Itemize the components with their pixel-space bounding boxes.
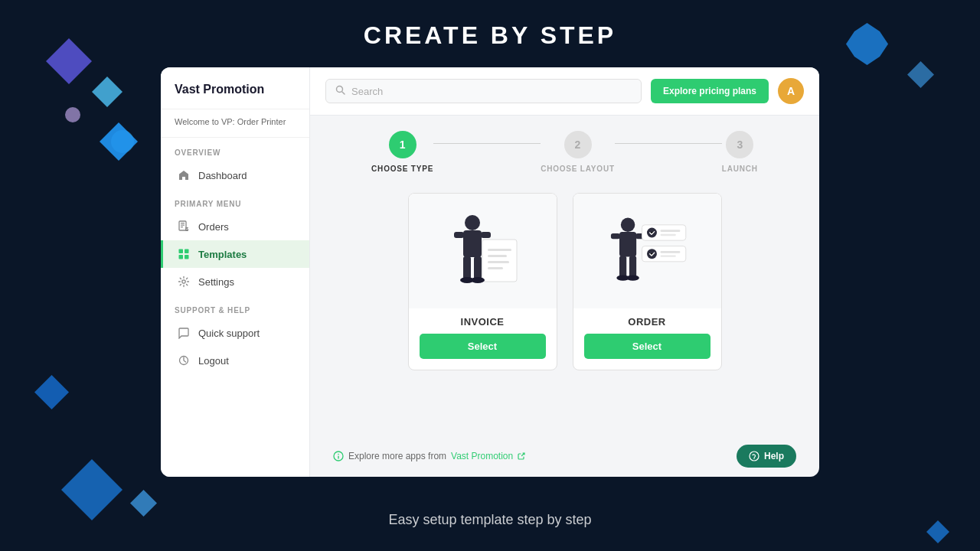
step-3-number: 3: [737, 139, 743, 151]
crystal-3: [100, 122, 138, 161]
crystal-4: [34, 375, 69, 409]
svg-rect-21: [488, 261, 509, 263]
crystal-7: [846, 23, 888, 65]
svg-rect-2: [181, 225, 185, 226]
svg-rect-3: [181, 227, 183, 227]
svg-rect-36: [661, 234, 676, 236]
sidebar: Vast Promotion Welcome to VP: Order Prin…: [161, 67, 310, 477]
templates-icon: [177, 247, 191, 261]
sidebar-item-dashboard[interactable]: Dashboard: [161, 161, 309, 189]
svg-point-12: [465, 215, 480, 230]
svg-point-24: [471, 277, 485, 283]
order-illustration: [573, 194, 721, 308]
logout-label: Logout: [198, 355, 229, 367]
step-3-label: LAUNCH: [722, 165, 758, 173]
svg-rect-18: [482, 240, 517, 282]
app-window: Vast Promotion Welcome to VP: Order Prin…: [161, 67, 819, 477]
order-card: ORDER Select: [573, 193, 722, 370]
quick-support-label: Quick support: [198, 328, 260, 339]
svg-rect-15: [474, 256, 482, 279]
invoice-card: INVOICE Select: [408, 193, 557, 370]
step-1-circle: 1: [389, 131, 416, 158]
page-subtitle: Easy setup template step by step: [388, 512, 591, 528]
svg-rect-35: [661, 230, 681, 232]
invoice-select-button[interactable]: Select: [420, 334, 546, 359]
svg-rect-20: [488, 255, 507, 257]
svg-point-44: [750, 452, 759, 461]
settings-icon: [177, 275, 191, 289]
svg-rect-19: [488, 249, 511, 251]
welcome-text: Welcome to VP: Order Printer: [161, 109, 309, 138]
svg-rect-27: [619, 256, 626, 277]
orders-label: Orders: [198, 221, 229, 233]
footer-explore-text: Explore more apps from: [348, 451, 446, 461]
svg-rect-8: [185, 255, 189, 259]
help-button[interactable]: Help: [737, 445, 796, 468]
svg-rect-22: [488, 267, 503, 269]
step-choose-layout: 2 CHOOSE LAYOUT: [541, 131, 615, 173]
step-launch: 3 LAUNCH: [722, 131, 758, 173]
explore-pricing-button[interactable]: Explore pricing plans: [651, 79, 769, 103]
svg-point-32: [626, 275, 639, 280]
overview-section-label: OVERVIEW: [161, 138, 309, 161]
circle-2: [111, 130, 134, 153]
dashboard-label: Dashboard: [198, 170, 247, 181]
sidebar-item-quick-support[interactable]: Quick support: [161, 319, 309, 347]
search-icon: [335, 85, 345, 97]
home-icon: [177, 168, 191, 182]
step-3-circle: 3: [726, 131, 753, 158]
order-select-button[interactable]: Select: [584, 334, 710, 359]
connector-1-2: [433, 143, 541, 144]
sidebar-item-templates[interactable]: Templates: [161, 240, 309, 268]
svg-point-45: [753, 458, 754, 459]
info-icon: [333, 451, 344, 461]
crystal-5: [61, 459, 122, 520]
svg-rect-40: [661, 256, 676, 257]
app-brand: Vast Promotion: [161, 67, 309, 109]
footer-bar: Explore more apps from Vast Promotion He…: [310, 435, 819, 477]
support-icon: [177, 326, 191, 340]
svg-rect-7: [179, 255, 184, 259]
support-section-label: SUPPORT & HELP: [161, 295, 309, 319]
orders-icon: [177, 220, 191, 233]
main-content: Search Explore pricing plans A 1 CHOOSE …: [310, 67, 819, 477]
step-1-label: CHOOSE TYPE: [371, 165, 433, 173]
svg-point-25: [621, 218, 635, 232]
logout-icon: [177, 354, 191, 367]
svg-point-11: [337, 86, 343, 93]
search-placeholder: Search: [351, 86, 383, 97]
circle-1: [65, 107, 80, 122]
sidebar-item-logout[interactable]: Logout: [161, 347, 309, 374]
avatar: A: [778, 78, 804, 104]
svg-rect-13: [463, 230, 482, 257]
external-link-icon: [518, 452, 525, 460]
search-bar[interactable]: Search: [325, 79, 642, 103]
svg-rect-26: [619, 232, 636, 256]
svg-point-9: [182, 280, 185, 283]
sidebar-item-settings[interactable]: Settings: [161, 268, 309, 295]
connector-2-3: [615, 143, 722, 144]
crystal-1: [46, 38, 92, 84]
svg-rect-6: [185, 249, 189, 254]
step-2-label: CHOOSE LAYOUT: [541, 165, 615, 173]
invoice-label: INVOICE: [461, 308, 505, 334]
settings-label: Settings: [198, 276, 234, 288]
step-1-number: 1: [400, 139, 406, 151]
header: Search Explore pricing plans A: [310, 67, 819, 116]
sidebar-item-orders[interactable]: Orders: [161, 213, 309, 240]
svg-rect-0: [179, 221, 186, 230]
primary-menu-label: PRIMARY MENU: [161, 189, 309, 213]
page-title: CREATE BY STEP: [364, 21, 616, 50]
svg-point-42: [338, 454, 339, 455]
step-2-number: 2: [575, 139, 581, 151]
footer-link[interactable]: Vast Promotion: [451, 451, 513, 461]
svg-rect-43: [338, 456, 338, 459]
invoice-illustration: [409, 194, 557, 308]
order-label: ORDER: [628, 308, 665, 334]
footer-info: Explore more apps from Vast Promotion: [333, 451, 525, 461]
crystal-6: [130, 490, 157, 517]
svg-rect-5: [179, 249, 184, 254]
crystal-2: [92, 77, 122, 107]
cards-container: INVOICE Select: [310, 185, 819, 386]
svg-rect-14: [463, 256, 471, 279]
